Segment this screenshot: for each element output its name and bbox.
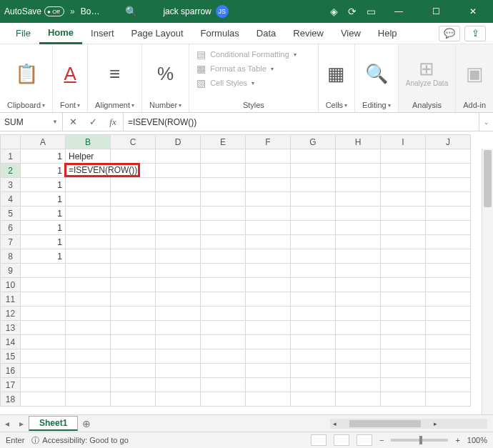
row-header-3[interactable]: 3 xyxy=(1,178,21,192)
account-button[interactable]: jack sparrow JS xyxy=(163,5,228,18)
col-header-F[interactable]: F xyxy=(246,135,291,149)
cell-A3[interactable]: 1 xyxy=(21,178,66,192)
cell-A2[interactable]: 1 xyxy=(21,164,66,178)
horizontal-scrollbar[interactable]: ◂ ▸ xyxy=(330,419,487,429)
accessibility-status[interactable]: ⓘ Accessibility: Good to go xyxy=(31,435,128,446)
row-header-10[interactable]: 10 xyxy=(1,278,21,292)
qa-more[interactable]: » xyxy=(70,6,75,16)
editing-label: Editing xyxy=(362,101,387,109)
cell-A1[interactable]: 1 xyxy=(21,149,66,164)
view-page-layout-button[interactable] xyxy=(334,434,349,446)
row-header-2[interactable]: 2 xyxy=(1,164,21,178)
tab-file[interactable]: File xyxy=(7,23,39,44)
row-header-13[interactable]: 13 xyxy=(1,321,21,335)
cells-icon[interactable]: ▦ xyxy=(327,64,345,83)
cell-editor[interactable]: =ISEVEN(ROW()) xyxy=(64,163,140,177)
expand-formula-bar[interactable]: ⌄ xyxy=(479,113,493,131)
row-header-7[interactable]: 7 xyxy=(1,235,21,249)
row-header-15[interactable]: 15 xyxy=(1,349,21,364)
tab-help[interactable]: Help xyxy=(369,23,406,44)
formula-input[interactable]: =ISEVEN(ROW()) xyxy=(124,113,479,131)
row-header-8[interactable]: 8 xyxy=(1,249,21,264)
comments-button[interactable]: 💬 xyxy=(439,26,460,41)
tab-home[interactable]: Home xyxy=(39,23,82,44)
chevron-down-icon[interactable]: ▼ xyxy=(52,119,58,125)
cell-A7[interactable]: 1 xyxy=(21,235,66,249)
cell-C1[interactable] xyxy=(111,149,156,164)
minimize-button[interactable]: — xyxy=(383,0,414,23)
col-header-I[interactable]: I xyxy=(381,135,426,149)
ribbon-display-icon[interactable]: ▭ xyxy=(364,6,377,17)
row-header-16[interactable]: 16 xyxy=(1,364,21,378)
share-button[interactable]: ⇪ xyxy=(464,26,486,41)
sheet-tab-sheet1[interactable]: Sheet1 xyxy=(29,416,78,431)
col-header-J[interactable]: J xyxy=(426,135,471,149)
name-box[interactable]: SUM ▼ xyxy=(0,113,63,131)
cell-styles-button[interactable]: ▧Cell Styles ▾ xyxy=(196,77,254,89)
col-header-A[interactable]: A xyxy=(21,135,66,149)
tab-page-layout[interactable]: Page Layout xyxy=(123,23,192,44)
zoom-slider[interactable] xyxy=(391,439,448,442)
col-header-E[interactable]: E xyxy=(201,135,246,149)
addin-label: Add-in xyxy=(463,101,486,109)
document-name[interactable]: Bo… xyxy=(81,6,100,16)
view-page-break-button[interactable] xyxy=(357,434,372,446)
sheet-nav-prev[interactable]: ◂ xyxy=(0,419,14,429)
hscroll-left[interactable]: ◂ xyxy=(330,420,339,427)
row-header-14[interactable]: 14 xyxy=(1,335,21,349)
hscroll-thumb[interactable] xyxy=(349,420,421,427)
col-header-B[interactable]: B xyxy=(66,135,111,149)
zoom-out-button[interactable]: − xyxy=(379,436,384,444)
row-header-12[interactable]: 12 xyxy=(1,307,21,321)
view-normal-button[interactable] xyxy=(311,434,327,446)
tab-view[interactable]: View xyxy=(332,23,369,44)
format-as-table-button[interactable]: ▦Format as Table ▾ xyxy=(196,63,274,74)
tab-formulas[interactable]: Formulas xyxy=(192,23,248,44)
tab-insert[interactable]: Insert xyxy=(82,23,123,44)
row-header-6[interactable]: 6 xyxy=(1,221,21,235)
row-header-9[interactable]: 9 xyxy=(1,264,21,278)
cell-B1[interactable]: Helper xyxy=(66,149,111,164)
zoom-level[interactable]: 100% xyxy=(467,436,487,444)
cancel-formula-button[interactable]: ✕ xyxy=(63,116,83,127)
conditional-formatting-button[interactable]: ▤Conditional Formatting ▾ xyxy=(196,49,297,60)
number-icon[interactable]: % xyxy=(157,64,174,83)
vertical-scrollbar[interactable] xyxy=(482,149,493,414)
enter-formula-button[interactable]: ✓ xyxy=(83,116,103,127)
analyze-label: Analyze Data xyxy=(406,79,448,87)
select-all-corner[interactable] xyxy=(1,135,21,149)
row-header-17[interactable]: 17 xyxy=(1,378,21,392)
row-header-18[interactable]: 18 xyxy=(1,392,21,407)
autosave-toggle[interactable]: AutoSave ● Off xyxy=(4,6,64,16)
cell-A4[interactable]: 1 xyxy=(21,192,66,206)
maximize-button[interactable]: ☐ xyxy=(420,0,452,23)
cell-A8[interactable]: 1 xyxy=(21,249,66,264)
editing-icon[interactable]: 🔍 xyxy=(365,64,388,83)
row-header-11[interactable]: 11 xyxy=(1,292,21,307)
sheet-nav-next[interactable]: ▸ xyxy=(14,419,29,429)
zoom-in-button[interactable]: + xyxy=(455,436,459,444)
new-sheet-button[interactable]: ⊕ xyxy=(78,418,95,429)
col-header-H[interactable]: H xyxy=(336,135,381,149)
row-header-4[interactable]: 4 xyxy=(1,192,21,206)
col-header-G[interactable]: G xyxy=(291,135,336,149)
search-icon[interactable]: 🔍 xyxy=(125,6,137,17)
font-icon[interactable]: A xyxy=(64,64,76,83)
col-header-D[interactable]: D xyxy=(156,135,201,149)
scroll-thumb[interactable] xyxy=(484,150,492,207)
row-header-1[interactable]: 1 xyxy=(1,149,21,164)
col-header-C[interactable]: C xyxy=(111,135,156,149)
cell-A5[interactable]: 1 xyxy=(21,206,66,221)
row-header-5[interactable]: 5 xyxy=(1,206,21,221)
tab-data[interactable]: Data xyxy=(248,23,284,44)
diamond-icon[interactable]: ◈ xyxy=(327,6,340,17)
sync-icon[interactable]: ⟳ xyxy=(346,6,359,17)
insert-function-button[interactable]: fx xyxy=(103,116,123,128)
group-number: % Number▾ xyxy=(142,44,189,112)
tab-review[interactable]: Review xyxy=(284,23,332,44)
close-button[interactable]: ✕ xyxy=(457,0,489,23)
cell-A6[interactable]: 1 xyxy=(21,221,66,235)
clipboard-icon[interactable]: 📋 xyxy=(15,64,38,83)
alignment-icon[interactable]: ≡ xyxy=(109,64,120,83)
hscroll-right[interactable]: ▸ xyxy=(431,420,440,427)
